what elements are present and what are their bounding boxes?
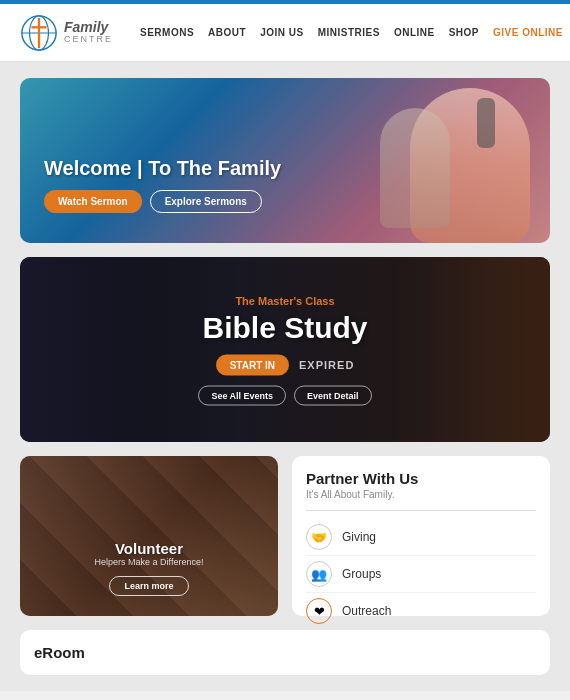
main-content: Welcome | To The Family Watch Sermon Exp… [0, 62, 570, 691]
event-detail-button[interactable]: Event Detail [294, 385, 372, 405]
learn-more-button[interactable]: Learn more [109, 576, 188, 596]
hero-buttons: Watch Sermon Explore Sermons [44, 190, 281, 213]
bible-content: The Master's Class Bible Study START IN … [20, 294, 550, 405]
groups-icon: 👥 [306, 561, 332, 587]
bottom-grid: Volunteer Helpers Make a Difference! Lea… [20, 456, 550, 675]
partner-subtitle: It's All About Family. [306, 489, 536, 500]
volunteer-subtitle: Helpers Make a Difference! [20, 557, 278, 567]
nav-sermons[interactable]: SERMONS [140, 27, 194, 38]
nav-give-online[interactable]: GIVE ONLINE [493, 27, 563, 38]
watch-sermon-button[interactable]: Watch Sermon [44, 190, 142, 213]
bible-study-title: Bible Study [20, 310, 550, 344]
outreach-icon: ❤ [306, 598, 332, 624]
groups-label: Groups [342, 567, 381, 581]
nav-ministries[interactable]: MINISTRIES [318, 27, 380, 38]
bible-study-banner: The Master's Class Bible Study START IN … [20, 257, 550, 442]
volunteer-card: Volunteer Helpers Make a Difference! Lea… [20, 456, 278, 616]
logo-centre: CENTRE [64, 35, 113, 45]
nav-join-us[interactable]: JOIN US [260, 27, 304, 38]
partner-item-giving[interactable]: 🤝 Giving [306, 519, 536, 556]
explore-sermons-button[interactable]: Explore Sermons [150, 190, 262, 213]
hero-title: Welcome | To The Family [44, 157, 281, 180]
partner-divider [306, 510, 536, 511]
hero-banner: Welcome | To The Family Watch Sermon Exp… [20, 78, 550, 243]
partner-card: Partner With Us It's All About Family. 🤝… [292, 456, 550, 616]
outreach-label: Outreach [342, 604, 391, 618]
eroom-section: eRoom [20, 630, 550, 675]
volunteer-title: Volunteer [20, 540, 278, 557]
hero-content: Welcome | To The Family Watch Sermon Exp… [44, 157, 281, 213]
bible-status: START IN EXPIRED [20, 354, 550, 375]
header: Family CENTRE SERMONS ABOUT JOIN US MINI… [0, 4, 570, 62]
partner-item-groups[interactable]: 👥 Groups [306, 556, 536, 593]
hero-figure-2 [380, 108, 450, 228]
logo-icon [20, 14, 58, 52]
partner-title: Partner With Us [306, 470, 536, 487]
nav-online[interactable]: ONLINE [394, 27, 435, 38]
partner-item-outreach[interactable]: ❤ Outreach [306, 593, 536, 629]
see-all-events-button[interactable]: See All Events [198, 385, 286, 405]
main-nav: SERMONS ABOUT JOIN US MINISTRIES ONLINE … [140, 27, 563, 38]
bible-bottom-buttons: See All Events Event Detail [20, 385, 550, 405]
logo-text: Family CENTRE [64, 20, 113, 45]
eroom-title: eRoom [34, 644, 536, 661]
nav-shop[interactable]: SHOP [449, 27, 479, 38]
logo-family: Family [64, 20, 113, 35]
giving-label: Giving [342, 530, 376, 544]
start-in-button[interactable]: START IN [216, 354, 289, 375]
masters-class-label: The Master's Class [20, 294, 550, 306]
logo: Family CENTRE [20, 14, 130, 52]
microphone-icon [477, 98, 495, 148]
volunteer-content: Volunteer Helpers Make a Difference! Lea… [20, 540, 278, 596]
nav-about[interactable]: ABOUT [208, 27, 246, 38]
expired-label: EXPIRED [299, 359, 354, 371]
giving-icon: 🤝 [306, 524, 332, 550]
